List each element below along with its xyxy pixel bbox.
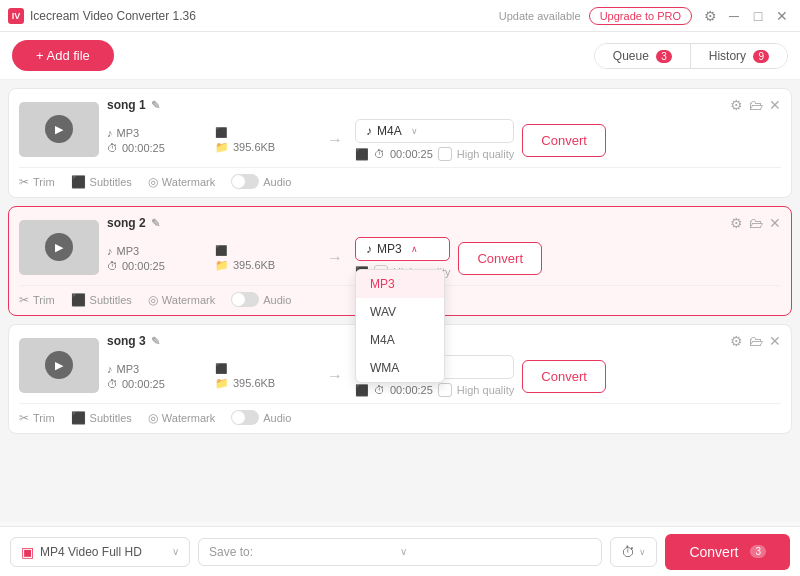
subtitles-icon-2: ⬛ [71,293,86,307]
update-badge: Update available [499,10,581,22]
history-label: History [709,49,746,63]
watermark-item-1[interactable]: ◎ Watermark [148,175,215,189]
card-actions-3: ⚙ 🗁 ✕ [730,333,781,349]
play-button-3[interactable]: ▶ [45,351,73,379]
audio-toggle-3[interactable] [231,410,259,425]
queue-label: Queue [613,49,649,63]
subtitles-item-2[interactable]: ⬛ Subtitles [71,293,132,307]
folder-icon-2[interactable]: 🗁 [749,215,763,231]
file-size-2: ⬛ 📁 395.6KB [215,245,315,272]
dropdown-item-wma[interactable]: WMA [356,354,444,382]
screen-icon-to-1: ⬛ [355,148,369,161]
queue-button[interactable]: Queue 3 [595,44,691,68]
screen-icon-3: ⬛ [215,363,227,374]
file-info-from-1: ♪ MP3 ⏱ 00:00:25 [107,127,207,154]
subtitles-item-1[interactable]: ⬛ Subtitles [71,175,132,189]
convert-button-2[interactable]: Convert [458,242,542,275]
title-bar-left: IV Icecream Video Converter 1.36 [8,8,196,24]
add-file-button[interactable]: + Add file [12,40,114,71]
trim-item-3[interactable]: ✂ Trim [19,411,55,425]
bottom-format-chevron: ∨ [172,546,179,557]
audio-toggle-1[interactable] [231,174,259,189]
quality-checkbox-3[interactable] [438,383,452,397]
folder-size-icon-1: 📁 [215,141,229,154]
music-icon-1: ♪ [107,127,113,139]
subtitles-item-3[interactable]: ⬛ Subtitles [71,411,132,425]
card-actions-1: ⚙ 🗁 ✕ [730,97,781,113]
folder-size-icon-3: 📁 [215,377,229,390]
close-icon-3[interactable]: ✕ [769,333,781,349]
edit-icon-1[interactable]: ✎ [151,99,160,112]
duration-from-2: ⏱ 00:00:25 [107,260,207,272]
format-from-3: ♪ MP3 [107,363,207,375]
title-bar: IV Icecream Video Converter 1.36 Update … [0,0,800,32]
dropdown-item-mp3[interactable]: MP3 [356,270,444,298]
audio-item-3[interactable]: Audio [231,410,291,425]
format-select-btn-1[interactable]: ♪ M4A ∨ [355,119,514,143]
thumbnail-3: ▶ [19,338,99,393]
chevron-up-icon-2: ∧ [411,244,418,254]
bottom-convert-button[interactable]: Convert 3 [665,534,790,570]
bottom-clock-chevron: ∨ [639,547,646,557]
play-button-1[interactable]: ▶ [45,115,73,143]
dropdown-item-m4a[interactable]: M4A [356,326,444,354]
screen-icon-1: ⬛ [215,127,227,138]
quality-checkbox-1[interactable] [438,147,452,161]
bottom-clock-button[interactable]: ⏱ ∨ [610,537,657,567]
settings-icon-1[interactable]: ⚙ [730,97,743,113]
trim-item-1[interactable]: ✂ Trim [19,175,55,189]
history-badge: 9 [753,50,769,63]
folder-icon-1[interactable]: 🗁 [749,97,763,113]
watermark-icon-2: ◎ [148,293,158,307]
card-bottom-3: ✂ Trim ⬛ Subtitles ◎ Watermark Audio [19,403,781,425]
audio-item-2[interactable]: Audio [231,292,291,307]
screen-icon-2: ⬛ [215,245,227,256]
play-button-2[interactable]: ▶ [45,233,73,261]
clock-icon-2: ⏱ [107,260,118,272]
app-title: Icecream Video Converter 1.36 [30,9,196,23]
convert-button-1[interactable]: Convert [522,124,606,157]
title-bar-right: Update available Upgrade to PRO ⚙ ─ □ ✕ [499,6,792,26]
bottom-saveto-field[interactable]: Save to: ∨ [198,538,602,566]
minimize-button[interactable]: ─ [724,6,744,26]
history-button[interactable]: History 9 [691,44,787,68]
bottom-saveto-label: Save to: [209,545,400,559]
watermark-item-3[interactable]: ◎ Watermark [148,411,215,425]
audio-item-1[interactable]: Audio [231,174,291,189]
song-name-3: song 3 ✎ [107,334,160,348]
card-header-2: song 2 ✎ ⚙ 🗁 ✕ [107,215,781,231]
card-bottom-1: ✂ Trim ⬛ Subtitles ◎ Watermark Audio [19,167,781,189]
bottom-convert-badge: 3 [750,545,766,558]
close-button[interactable]: ✕ [772,6,792,26]
folder-icon-3[interactable]: 🗁 [749,333,763,349]
bottom-format-select[interactable]: ▣ MP4 Video Full HD ∨ [10,537,190,567]
upgrade-button[interactable]: Upgrade to PRO [589,7,692,25]
close-icon-2[interactable]: ✕ [769,215,781,231]
watermark-icon-1: ◎ [148,175,158,189]
watermark-item-2[interactable]: ◎ Watermark [148,293,215,307]
close-icon-1[interactable]: ✕ [769,97,781,113]
settings-icon-3[interactable]: ⚙ [730,333,743,349]
bottom-saveto-chevron: ∨ [400,546,591,557]
clock-icon-1: ⏱ [107,142,118,154]
maximize-button[interactable]: □ [748,6,768,26]
format-select-btn-2[interactable]: ♪ MP3 ∧ [355,237,450,261]
window-controls: ⚙ ─ □ ✕ [700,6,792,26]
settings-icon-2[interactable]: ⚙ [730,215,743,231]
quality-label-1: High quality [457,148,514,160]
format-from-1: ♪ MP3 [107,127,207,139]
edit-icon-3[interactable]: ✎ [151,335,160,348]
card-row-2: ♪ MP3 ⏱ 00:00:25 ⬛ 📁 [107,237,781,279]
trim-item-2[interactable]: ✂ Trim [19,293,55,307]
main-content: ▶ song 1 ✎ ⚙ 🗁 ✕ [0,80,800,522]
audio-toggle-2[interactable] [231,292,259,307]
song-card-1: ▶ song 1 ✎ ⚙ 🗁 ✕ [8,88,792,198]
song-name-1: song 1 ✎ [107,98,160,112]
scissor-icon-1: ✂ [19,175,29,189]
song-name-2: song 2 ✎ [107,216,160,230]
edit-icon-2[interactable]: ✎ [151,217,160,230]
convert-button-3[interactable]: Convert [522,360,606,393]
gear-icon[interactable]: ⚙ [700,6,720,26]
format-select-wrap-2: ♪ MP3 ∧ ⬛ High quality MP3 WAV [355,237,450,279]
dropdown-item-wav[interactable]: WAV [356,298,444,326]
